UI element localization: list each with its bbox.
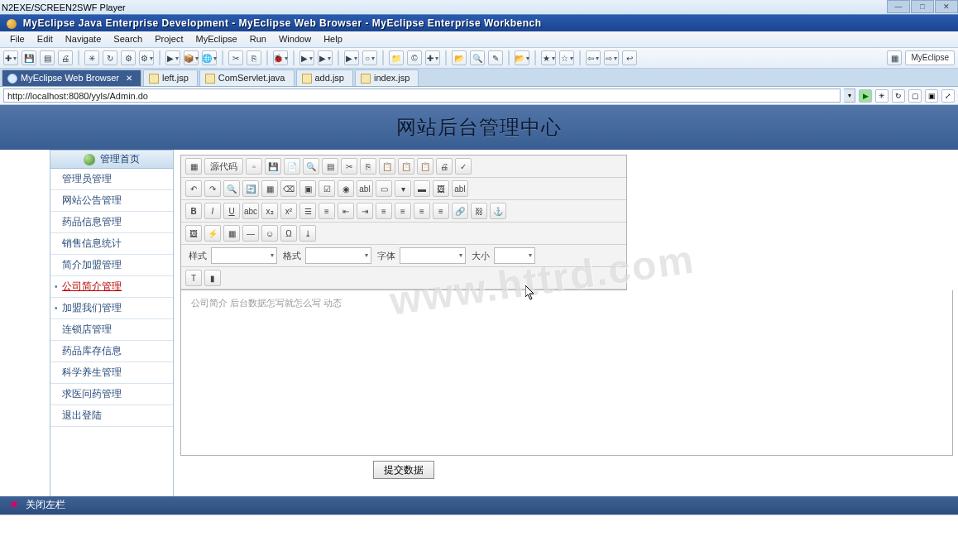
find-icon[interactable]: 🔍: [223, 180, 240, 197]
sidebar-item-4[interactable]: 简介加盟管理: [50, 255, 173, 276]
menu-help[interactable]: Help: [319, 34, 347, 44]
template-icon[interactable]: 🔍: [303, 158, 319, 175]
sidebar-item-10[interactable]: 求医问药管理: [50, 384, 173, 405]
menu-run[interactable]: Run: [245, 34, 271, 44]
minimize-button[interactable]: —: [887, 0, 910, 13]
cut-icon[interactable]: ✂: [341, 158, 357, 175]
button-icon[interactable]: ▬: [414, 180, 430, 197]
outdent-icon[interactable]: ⇤: [338, 203, 354, 219]
perspective-open-icon[interactable]: ▦: [887, 50, 902, 65]
run-icon-2[interactable]: ▶: [318, 50, 333, 65]
tab-comservlet[interactable]: ComServlet.java: [199, 69, 295, 86]
strike-icon[interactable]: abc: [242, 203, 259, 219]
deploy-icon[interactable]: 📦: [184, 50, 199, 65]
url-input[interactable]: [3, 89, 841, 103]
textcolor-icon[interactable]: T: [185, 270, 202, 286]
image-btn-icon[interactable]: 🖼: [433, 180, 449, 197]
sidebar-item-8[interactable]: 药品库存信息: [50, 341, 173, 362]
save-all-icon[interactable]: ▤: [40, 50, 55, 65]
paste-text-icon[interactable]: 📋: [398, 158, 414, 175]
up-icon[interactable]: ↩: [622, 50, 637, 65]
textarea-icon[interactable]: ▭: [376, 180, 392, 197]
tab-add-jsp[interactable]: add.jsp: [296, 69, 353, 86]
addrbar-icon-4[interactable]: ▣: [925, 89, 938, 103]
menu-file[interactable]: File: [5, 34, 30, 44]
bookmark-icon[interactable]: ★: [541, 50, 556, 65]
hidden-icon[interactable]: abl: [452, 180, 468, 197]
ul-icon[interactable]: ≡: [319, 203, 335, 219]
bookmark2-icon[interactable]: ☆: [559, 50, 574, 65]
sidebar-item-7[interactable]: 连锁店管理: [50, 319, 173, 341]
menu-edit[interactable]: Edit: [32, 34, 58, 44]
replace-icon[interactable]: 🔄: [242, 180, 259, 197]
italic-icon[interactable]: I: [204, 203, 221, 219]
hr-icon[interactable]: —: [242, 225, 259, 242]
sidebar-item-0[interactable]: 管理员管理: [50, 169, 173, 190]
addrbar-icon-5[interactable]: ⤢: [941, 89, 955, 103]
paste-icon[interactable]: 📋: [379, 158, 395, 175]
paste-word-icon[interactable]: 📋: [417, 158, 433, 175]
textfield-icon[interactable]: abl: [357, 180, 373, 197]
newpage-icon[interactable]: ▫: [246, 158, 262, 175]
anchor-icon[interactable]: ⚓: [490, 203, 506, 219]
folder-icon[interactable]: 📂: [452, 50, 467, 65]
close-icon[interactable]: ✕: [126, 70, 132, 86]
run-icon[interactable]: ▶: [299, 50, 314, 65]
wizard-icon[interactable]: ✳: [84, 50, 99, 65]
tab-left-jsp[interactable]: left.jsp: [143, 69, 198, 86]
removeformat-icon[interactable]: ⌫: [280, 180, 297, 197]
new-icon[interactable]: ✚: [3, 50, 18, 65]
sidebar-item-2[interactable]: 药品信息管理: [50, 212, 173, 233]
sidebar-item-5[interactable]: 公司简介管理: [50, 276, 173, 298]
copy-icon[interactable]: ⎘: [360, 158, 376, 175]
browser-icon[interactable]: 🌐: [202, 50, 217, 65]
link-icon[interactable]: 🔗: [452, 203, 468, 219]
smiley-icon[interactable]: ☺: [261, 225, 278, 242]
sub-icon[interactable]: x₂: [261, 203, 278, 219]
tool-icon-2[interactable]: ⚙: [139, 50, 154, 65]
save-icon[interactable]: 💾: [22, 50, 36, 65]
spell-icon[interactable]: ✓: [455, 158, 472, 175]
search-icon[interactable]: 🔍: [470, 50, 485, 65]
addrbar-icon-3[interactable]: ▢: [908, 89, 922, 103]
forward-icon[interactable]: ⇨: [604, 50, 619, 65]
task-icon[interactable]: ✎: [488, 50, 503, 65]
close-button[interactable]: ✕: [935, 0, 958, 13]
debug-icon[interactable]: 🐞: [273, 50, 288, 65]
pagebreak-icon[interactable]: ⤓: [299, 225, 316, 242]
table-icon[interactable]: ▦: [223, 225, 240, 242]
size-select[interactable]: [494, 247, 535, 264]
align-center-icon[interactable]: ≡: [395, 203, 411, 219]
source-button[interactable]: 源代码: [204, 158, 243, 175]
form-icon[interactable]: ▣: [299, 180, 316, 197]
ol-icon[interactable]: ☰: [299, 203, 316, 219]
preview-icon[interactable]: 📄: [284, 158, 300, 175]
selectall-icon[interactable]: ▦: [261, 180, 278, 197]
bgcolor-icon[interactable]: ▮: [204, 270, 221, 286]
external-run-icon[interactable]: ▶: [344, 50, 359, 65]
menu-search[interactable]: Search: [108, 34, 147, 44]
tab-browser[interactable]: MyEclipse Web Browser ✕: [2, 69, 141, 86]
server-icon[interactable]: ▶: [165, 50, 180, 65]
flash-icon[interactable]: ⚡: [204, 225, 221, 242]
sidebar-item-3[interactable]: 销售信息统计: [50, 233, 173, 255]
specialchar-icon[interactable]: Ω: [280, 225, 297, 242]
unlink-icon[interactable]: ⛓: [471, 203, 487, 219]
sidebar-item-1[interactable]: 网站公告管理: [50, 190, 173, 212]
bold-icon[interactable]: B: [185, 203, 202, 219]
sup-icon[interactable]: x²: [280, 203, 297, 219]
align-justify-icon[interactable]: ≡: [433, 203, 449, 219]
copy-icon[interactable]: ⎘: [247, 50, 261, 65]
refresh-icon[interactable]: ↻: [103, 50, 117, 65]
new-class-icon[interactable]: ©: [407, 50, 422, 65]
style-select[interactable]: [211, 247, 277, 264]
save-icon[interactable]: 💾: [265, 158, 281, 175]
menu-project[interactable]: Project: [150, 34, 188, 44]
print-icon[interactable]: 🖨: [436, 158, 453, 175]
redo-icon[interactable]: ↷: [204, 180, 221, 197]
new-resource-icon[interactable]: ✚: [425, 50, 440, 65]
submit-button[interactable]: 提交数据: [373, 461, 434, 479]
indent-icon[interactable]: ⇥: [357, 203, 373, 219]
print-icon[interactable]: 🖨: [58, 50, 73, 65]
underline-icon[interactable]: U: [223, 203, 240, 219]
